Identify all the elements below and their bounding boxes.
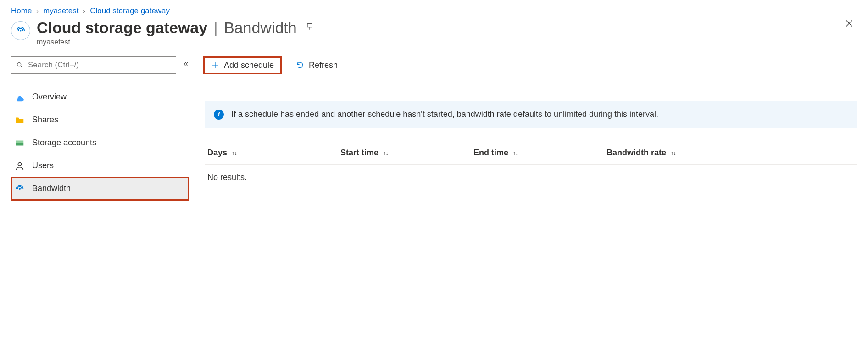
column-days[interactable]: Days↑↓: [207, 148, 322, 158]
close-button[interactable]: [844, 18, 854, 30]
breadcrumb-current[interactable]: Cloud storage gateway: [90, 6, 170, 16]
svg-point-5: [18, 162, 21, 165]
main-content: Add schedule Refresh i If a schedule has…: [189, 56, 857, 191]
schedule-table: Days↑↓ Start time↑↓ End time↑↓ Bandwidth…: [205, 144, 857, 191]
plus-icon: [211, 61, 219, 69]
sidebar-item-label: Overview: [32, 92, 67, 102]
table-empty-state: No results.: [205, 165, 857, 191]
sidebar-item-label: Shares: [32, 115, 58, 125]
search-icon: [16, 61, 23, 69]
sidebar-item-label: Bandwidth: [32, 184, 71, 193]
sidebar-item-label: Users: [32, 161, 54, 170]
toolbar: Add schedule Refresh: [205, 56, 857, 77]
folder-icon: [15, 115, 25, 125]
refresh-button[interactable]: Refresh: [289, 58, 344, 73]
sidebar-item-users[interactable]: Users: [11, 154, 189, 177]
svg-point-2: [17, 62, 21, 66]
sort-icon: ↑↓: [232, 149, 237, 156]
sort-icon: ↑↓: [671, 149, 676, 156]
svg-rect-1: [307, 24, 312, 27]
overview-icon: [15, 92, 25, 102]
chevron-right-icon: ›: [36, 7, 39, 15]
column-start-time[interactable]: Start time↑↓: [340, 148, 455, 158]
svg-rect-4: [16, 143, 24, 146]
sidebar-item-storage-accounts[interactable]: Storage accounts: [11, 132, 189, 154]
info-banner: i If a schedule has ended and another sc…: [205, 101, 857, 128]
chevron-right-icon: ›: [83, 7, 86, 15]
svg-point-6: [19, 188, 20, 189]
sidebar-item-bandwidth[interactable]: Bandwidth: [11, 177, 189, 200]
column-end-time[interactable]: End time↑↓: [473, 148, 588, 158]
sort-icon: ↑↓: [513, 149, 518, 156]
table-header: Days↑↓ Start time↑↓ End time↑↓ Bandwidth…: [205, 144, 857, 165]
sidebar-item-shares[interactable]: Shares: [11, 109, 189, 132]
sidebar-item-label: Storage accounts: [32, 138, 96, 148]
sort-icon: ↑↓: [383, 149, 388, 156]
breadcrumb-home[interactable]: Home: [11, 6, 32, 16]
svg-rect-3: [16, 140, 24, 143]
svg-point-0: [20, 30, 22, 32]
bandwidth-icon: [15, 184, 25, 194]
column-bandwidth-rate[interactable]: Bandwidth rate↑↓: [606, 148, 698, 158]
refresh-icon: [296, 61, 304, 69]
page-subtitle: myasetest: [37, 38, 844, 46]
breadcrumb-resource[interactable]: myasetest: [43, 6, 78, 16]
user-icon: [15, 161, 25, 171]
storage-icon: [15, 138, 25, 148]
collapse-sidebar-button[interactable]: [183, 61, 189, 69]
sidebar-search[interactable]: [11, 56, 176, 74]
info-text: If a schedule has ended and another sche…: [231, 110, 658, 119]
info-icon: i: [214, 110, 224, 120]
sidebar-item-overview[interactable]: Overview: [11, 86, 189, 109]
pin-icon[interactable]: [305, 22, 314, 33]
sidebar-nav: Overview Shares Storage accounts: [11, 86, 189, 200]
page-title: Cloud storage gateway | Bandwidth: [37, 18, 297, 37]
resource-type-icon: [11, 21, 30, 40]
search-input[interactable]: [27, 60, 171, 70]
breadcrumb: Home › myasetest › Cloud storage gateway: [11, 5, 857, 18]
page-header: Cloud storage gateway | Bandwidth myaset…: [11, 18, 857, 46]
add-schedule-button[interactable]: Add schedule: [205, 58, 280, 73]
sidebar: Overview Shares Storage accounts: [11, 56, 189, 200]
